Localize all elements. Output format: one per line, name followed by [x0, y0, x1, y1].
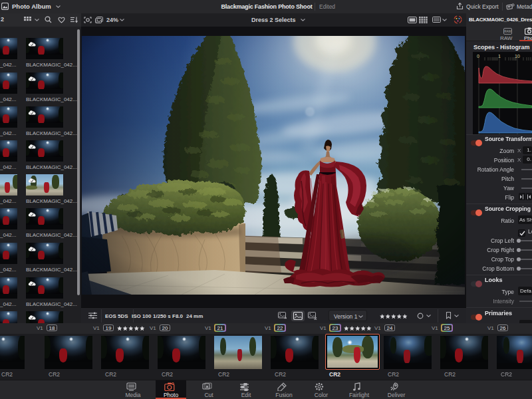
svg-text:10: 10: [515, 54, 520, 59]
svg-text:1: 1: [498, 54, 501, 59]
svg-text:0: 0: [477, 54, 479, 59]
